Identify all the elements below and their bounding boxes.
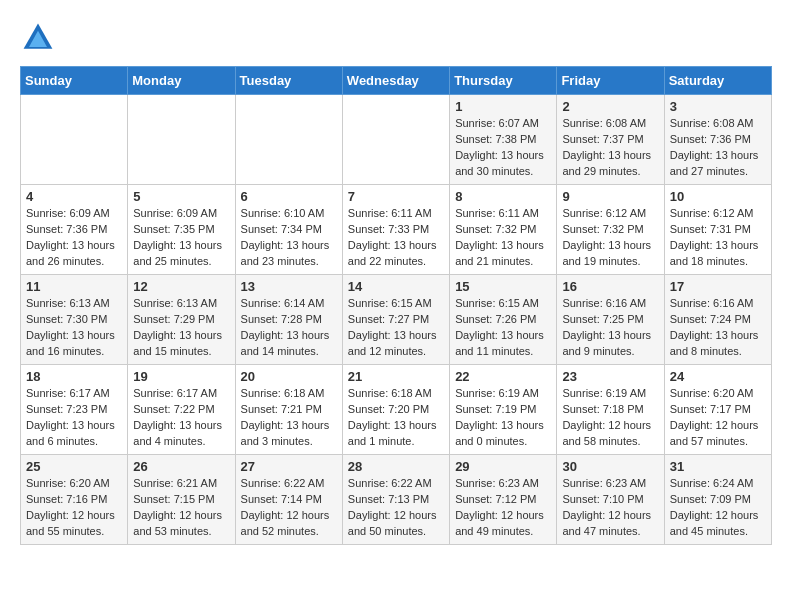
cell-info: Sunrise: 6:21 AMSunset: 7:15 PMDaylight:… bbox=[133, 476, 229, 540]
day-number: 10 bbox=[670, 189, 766, 204]
calendar-cell: 20Sunrise: 6:18 AMSunset: 7:21 PMDayligh… bbox=[235, 365, 342, 455]
cell-info-line: Daylight: 12 hours bbox=[348, 509, 437, 521]
calendar-cell: 24Sunrise: 6:20 AMSunset: 7:17 PMDayligh… bbox=[664, 365, 771, 455]
cell-info-line: Sunrise: 6:11 AM bbox=[455, 207, 539, 219]
day-number: 11 bbox=[26, 279, 122, 294]
cell-info-line: Sunset: 7:34 PM bbox=[241, 223, 322, 235]
cell-info-line: Sunset: 7:36 PM bbox=[26, 223, 107, 235]
cell-info: Sunrise: 6:12 AMSunset: 7:32 PMDaylight:… bbox=[562, 206, 658, 270]
cell-info-line: Sunrise: 6:16 AM bbox=[562, 297, 646, 309]
cell-info-line: Daylight: 13 hours bbox=[455, 329, 544, 341]
calendar-cell: 16Sunrise: 6:16 AMSunset: 7:25 PMDayligh… bbox=[557, 275, 664, 365]
day-number: 9 bbox=[562, 189, 658, 204]
cell-info: Sunrise: 6:22 AMSunset: 7:14 PMDaylight:… bbox=[241, 476, 337, 540]
cell-info-line: and 21 minutes. bbox=[455, 255, 533, 267]
cell-info-line: Daylight: 13 hours bbox=[562, 149, 651, 161]
cell-info-line: and 29 minutes. bbox=[562, 165, 640, 177]
day-number: 24 bbox=[670, 369, 766, 384]
day-number: 22 bbox=[455, 369, 551, 384]
calendar-cell: 4Sunrise: 6:09 AMSunset: 7:36 PMDaylight… bbox=[21, 185, 128, 275]
cell-info-line: and 57 minutes. bbox=[670, 435, 748, 447]
cell-info: Sunrise: 6:08 AMSunset: 7:36 PMDaylight:… bbox=[670, 116, 766, 180]
cell-info: Sunrise: 6:16 AMSunset: 7:24 PMDaylight:… bbox=[670, 296, 766, 360]
col-header-monday: Monday bbox=[128, 67, 235, 95]
cell-info-line: Sunset: 7:09 PM bbox=[670, 493, 751, 505]
cell-info: Sunrise: 6:23 AMSunset: 7:12 PMDaylight:… bbox=[455, 476, 551, 540]
cell-info-line: Sunrise: 6:21 AM bbox=[133, 477, 217, 489]
calendar-cell: 12Sunrise: 6:13 AMSunset: 7:29 PMDayligh… bbox=[128, 275, 235, 365]
day-number: 7 bbox=[348, 189, 444, 204]
logo bbox=[20, 20, 62, 56]
calendar-cell: 26Sunrise: 6:21 AMSunset: 7:15 PMDayligh… bbox=[128, 455, 235, 545]
cell-info-line: Daylight: 12 hours bbox=[670, 509, 759, 521]
cell-info-line: Sunset: 7:36 PM bbox=[670, 133, 751, 145]
calendar-cell: 23Sunrise: 6:19 AMSunset: 7:18 PMDayligh… bbox=[557, 365, 664, 455]
cell-info-line: Sunset: 7:16 PM bbox=[26, 493, 107, 505]
cell-info-line: Daylight: 12 hours bbox=[670, 419, 759, 431]
cell-info-line: Sunrise: 6:22 AM bbox=[241, 477, 325, 489]
cell-info-line: Sunrise: 6:17 AM bbox=[26, 387, 110, 399]
cell-info-line: Daylight: 13 hours bbox=[562, 329, 651, 341]
day-number: 5 bbox=[133, 189, 229, 204]
cell-info-line: Daylight: 13 hours bbox=[133, 239, 222, 251]
calendar-cell: 30Sunrise: 6:23 AMSunset: 7:10 PMDayligh… bbox=[557, 455, 664, 545]
cell-info-line: and 25 minutes. bbox=[133, 255, 211, 267]
calendar-cell: 13Sunrise: 6:14 AMSunset: 7:28 PMDayligh… bbox=[235, 275, 342, 365]
calendar-cell: 14Sunrise: 6:15 AMSunset: 7:27 PMDayligh… bbox=[342, 275, 449, 365]
cell-info-line: Daylight: 12 hours bbox=[455, 509, 544, 521]
cell-info-line: Sunrise: 6:20 AM bbox=[26, 477, 110, 489]
day-number: 25 bbox=[26, 459, 122, 474]
cell-info-line: Sunrise: 6:16 AM bbox=[670, 297, 754, 309]
day-number: 23 bbox=[562, 369, 658, 384]
day-number: 6 bbox=[241, 189, 337, 204]
cell-info-line: Sunset: 7:31 PM bbox=[670, 223, 751, 235]
cell-info-line: Sunset: 7:15 PM bbox=[133, 493, 214, 505]
calendar-cell: 9Sunrise: 6:12 AMSunset: 7:32 PMDaylight… bbox=[557, 185, 664, 275]
cell-info-line: Sunrise: 6:12 AM bbox=[562, 207, 646, 219]
cell-info-line: Daylight: 13 hours bbox=[26, 419, 115, 431]
calendar-cell: 8Sunrise: 6:11 AMSunset: 7:32 PMDaylight… bbox=[450, 185, 557, 275]
cell-info-line: Sunset: 7:35 PM bbox=[133, 223, 214, 235]
cell-info-line: Daylight: 13 hours bbox=[133, 419, 222, 431]
cell-info-line: and 14 minutes. bbox=[241, 345, 319, 357]
cell-info: Sunrise: 6:18 AMSunset: 7:21 PMDaylight:… bbox=[241, 386, 337, 450]
cell-info-line: Sunrise: 6:22 AM bbox=[348, 477, 432, 489]
cell-info-line: Sunset: 7:13 PM bbox=[348, 493, 429, 505]
day-number: 20 bbox=[241, 369, 337, 384]
cell-info: Sunrise: 6:23 AMSunset: 7:10 PMDaylight:… bbox=[562, 476, 658, 540]
cell-info-line: Sunrise: 6:19 AM bbox=[455, 387, 539, 399]
cell-info-line: Daylight: 13 hours bbox=[670, 149, 759, 161]
calendar-cell bbox=[128, 95, 235, 185]
cell-info-line: Sunset: 7:30 PM bbox=[26, 313, 107, 325]
cell-info-line: Sunset: 7:12 PM bbox=[455, 493, 536, 505]
col-header-wednesday: Wednesday bbox=[342, 67, 449, 95]
cell-info-line: and 26 minutes. bbox=[26, 255, 104, 267]
cell-info-line: and 1 minute. bbox=[348, 435, 415, 447]
cell-info-line: Daylight: 13 hours bbox=[348, 419, 437, 431]
calendar-cell: 27Sunrise: 6:22 AMSunset: 7:14 PMDayligh… bbox=[235, 455, 342, 545]
cell-info-line: Sunset: 7:10 PM bbox=[562, 493, 643, 505]
day-number: 14 bbox=[348, 279, 444, 294]
cell-info-line: Sunset: 7:28 PM bbox=[241, 313, 322, 325]
day-number: 26 bbox=[133, 459, 229, 474]
cell-info-line: Sunset: 7:14 PM bbox=[241, 493, 322, 505]
calendar-week-row: 11Sunrise: 6:13 AMSunset: 7:30 PMDayligh… bbox=[21, 275, 772, 365]
calendar-cell: 31Sunrise: 6:24 AMSunset: 7:09 PMDayligh… bbox=[664, 455, 771, 545]
cell-info-line: Sunrise: 6:09 AM bbox=[133, 207, 217, 219]
cell-info-line: Daylight: 12 hours bbox=[133, 509, 222, 521]
cell-info-line: and 47 minutes. bbox=[562, 525, 640, 537]
cell-info: Sunrise: 6:12 AMSunset: 7:31 PMDaylight:… bbox=[670, 206, 766, 270]
cell-info-line: Daylight: 13 hours bbox=[562, 239, 651, 251]
calendar-cell: 17Sunrise: 6:16 AMSunset: 7:24 PMDayligh… bbox=[664, 275, 771, 365]
cell-info-line: Sunset: 7:18 PM bbox=[562, 403, 643, 415]
day-number: 1 bbox=[455, 99, 551, 114]
cell-info: Sunrise: 6:08 AMSunset: 7:37 PMDaylight:… bbox=[562, 116, 658, 180]
cell-info-line: Sunset: 7:23 PM bbox=[26, 403, 107, 415]
cell-info-line: Sunrise: 6:18 AM bbox=[241, 387, 325, 399]
cell-info-line: Sunrise: 6:15 AM bbox=[455, 297, 539, 309]
calendar-cell: 21Sunrise: 6:18 AMSunset: 7:20 PMDayligh… bbox=[342, 365, 449, 455]
cell-info-line: Sunset: 7:25 PM bbox=[562, 313, 643, 325]
cell-info-line: Sunset: 7:17 PM bbox=[670, 403, 751, 415]
calendar-cell: 3Sunrise: 6:08 AMSunset: 7:36 PMDaylight… bbox=[664, 95, 771, 185]
calendar-week-row: 4Sunrise: 6:09 AMSunset: 7:36 PMDaylight… bbox=[21, 185, 772, 275]
